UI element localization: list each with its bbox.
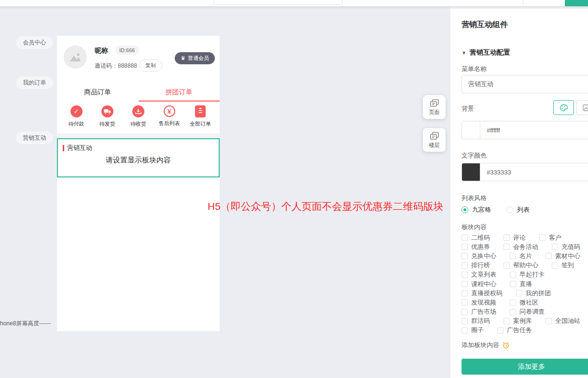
checkbox-ad-task[interactable]: 广告任务	[497, 326, 532, 334]
top-toolbar	[0, 0, 588, 6]
checkbox-material-center[interactable]: 素材中心	[546, 252, 580, 261]
checkbox-label: 文章列表	[471, 270, 496, 279]
floors-button[interactable]: 楼层	[423, 128, 446, 152]
checkbox-national-gas[interactable]: 全国油站	[546, 317, 580, 325]
image-placeholder-icon	[69, 52, 82, 62]
checkbox-circle[interactable]: 圈子	[462, 326, 484, 334]
add-content-row: 添加板块内容	[462, 341, 510, 349]
marketing-block-selected[interactable]: 营销互动 请设置显示板块内容	[57, 138, 220, 177]
checkbox-ad-market[interactable]: 广告市场	[462, 307, 496, 316]
checkbox-business-card[interactable]: 名片	[510, 252, 532, 261]
checkbox-row: 广告市场 问卷调查	[462, 307, 580, 317]
checkbox-micro-community[interactable]: 微社区	[510, 298, 538, 307]
background-color-input[interactable]: #ffffff	[462, 121, 588, 139]
copy-button[interactable]: 复制	[139, 59, 162, 72]
checkbox-label: 课程中心	[471, 280, 496, 289]
menu-name-label: 菜单名称	[462, 65, 487, 73]
save-button[interactable]	[565, 0, 588, 6]
component-tag-my-orders[interactable]: 我的订单	[16, 76, 53, 89]
checkbox-comments[interactable]: 评论	[504, 233, 526, 242]
title-accent-bar	[63, 145, 64, 151]
order-item-label: 全部订单	[190, 120, 211, 128]
checkbox-case-library[interactable]: 案例库	[504, 317, 532, 325]
checkbox-signin[interactable]: 签到	[552, 261, 574, 270]
checkbox-label: 评论	[513, 233, 526, 242]
add-content-label: 添加板块内容	[462, 341, 499, 349]
pages-button[interactable]: 页面	[423, 95, 446, 119]
doc-check-icon: ✓	[70, 105, 83, 117]
truck-icon	[101, 105, 113, 117]
checkbox-conference[interactable]: 会务活动	[504, 243, 538, 251]
page-title-input[interactable]	[214, 0, 343, 5]
member-card-preview[interactable]: 昵称 ID:666 邀请码：888888 复制 ♛ 普通会员	[57, 36, 220, 82]
checkbox-survey[interactable]: 问卷调查	[510, 307, 545, 316]
background-color-toggle[interactable]	[553, 100, 574, 115]
checkbox-icon	[462, 327, 468, 334]
section-marketing-config[interactable]: ▼ 营销互动配置	[462, 48, 510, 57]
text-color-value: #333333	[487, 169, 511, 176]
background-image-toggle[interactable]	[576, 100, 588, 115]
checkbox-icon	[510, 299, 516, 305]
order-item-label: 待付款	[69, 120, 84, 128]
checkbox-coupon[interactable]: 优惠券	[462, 243, 490, 251]
add-more-button[interactable]: 添加更多	[462, 359, 588, 375]
checkbox-early-clockin[interactable]: 早起打卡	[510, 270, 545, 279]
checkbox-label: 直播授权码	[471, 289, 503, 298]
radio-grid-label: 九宫格	[472, 205, 491, 214]
list-style-label: 列表风格	[462, 194, 487, 203]
settings-panel: 营销互动组件 ▼ 营销互动配置 菜单名称 营销互动 背景 #ffffff 文字颜…	[450, 6, 588, 378]
section-gap	[57, 133, 220, 138]
checkbox-label: 早起打卡	[519, 270, 545, 279]
checkbox-help-center[interactable]: 帮助中心	[504, 261, 538, 270]
member-level-badge: ♛ 普通会员	[175, 52, 215, 64]
checkbox-label: 充值码	[561, 243, 580, 251]
invite-code-label: 邀请码：	[95, 62, 118, 69]
palette-icon	[560, 104, 568, 112]
checkbox-label: 签到	[561, 261, 574, 270]
text-color-input[interactable]: #333333	[462, 163, 588, 181]
checkbox-icon	[504, 244, 510, 250]
background-color-swatch[interactable]	[462, 121, 480, 139]
checkbox-label: 广告任务	[507, 326, 532, 334]
checkbox-label: 案例库	[513, 317, 532, 325]
radio-grid-style[interactable]: 九宫格	[462, 205, 491, 214]
component-tag-member-center[interactable]: 会员中心	[16, 36, 53, 49]
radio-list-style[interactable]: 列表	[506, 205, 530, 214]
list-style-radio-group: 九宫格 列表	[462, 205, 530, 214]
inbox-down-icon	[132, 105, 144, 117]
h5-note-annotation: H5（即公众号）个人页面不会显示优惠券二维码版块	[208, 200, 444, 213]
tab-goods-orders[interactable]: 商品订单	[57, 82, 139, 102]
checkbox-live-authcode[interactable]: 直播授权码	[462, 289, 503, 298]
checkbox-label: 微社区	[519, 298, 538, 307]
checkbox-group-livecode[interactable]: 群活码	[462, 317, 490, 325]
order-status-row: ✓ 待付款 待发货	[57, 102, 220, 133]
checkbox-exchange-center[interactable]: 兑换中心	[462, 252, 496, 261]
checkbox-ranking[interactable]: 排行榜	[462, 261, 490, 270]
screen-height-marker: hone8屏幕高度------	[0, 320, 51, 328]
order-item-label: 待收货	[130, 120, 146, 128]
order-item-pending-ship: 待发货	[95, 105, 120, 128]
checkbox-discover-video[interactable]: 发现视频	[462, 298, 496, 307]
checkbox-icon	[552, 244, 558, 250]
alarm-icon[interactable]	[502, 341, 510, 349]
checkbox-icon	[462, 272, 468, 278]
checkbox-article-list[interactable]: 文章列表	[462, 270, 496, 279]
checkbox-course-center[interactable]: 课程中心	[462, 280, 496, 289]
checkbox-customers[interactable]: 客户	[539, 233, 561, 242]
marketing-block-header: 营销互动	[58, 139, 219, 152]
text-color-swatch[interactable]	[462, 163, 480, 181]
checkbox-recharge-code[interactable]: 充值码	[552, 243, 580, 251]
checkbox-label: 全国油站	[555, 317, 580, 325]
checkbox-qrcode[interactable]: 二维码	[462, 233, 490, 242]
checkbox-icon	[552, 262, 558, 269]
checkbox-my-groupbuy[interactable]: 我的拼团	[516, 289, 551, 298]
menu-name-input[interactable]: 营销互动	[462, 75, 588, 93]
checkbox-icon	[546, 253, 552, 259]
marketing-block-placeholder: 请设置显示板块内容	[58, 156, 219, 165]
checkbox-live[interactable]: 直播	[510, 280, 532, 289]
tab-group-orders[interactable]: 拼团订单	[139, 82, 220, 102]
editor-canvas: 会员中心 我的订单 营销互动 昵称 ID:666 邀请码：888888 复制 ♛…	[0, 6, 450, 378]
order-item-aftersale: ¥ 售后列表	[157, 105, 182, 128]
checkbox-icon	[462, 244, 468, 250]
component-tag-marketing[interactable]: 营销互动	[16, 131, 53, 144]
